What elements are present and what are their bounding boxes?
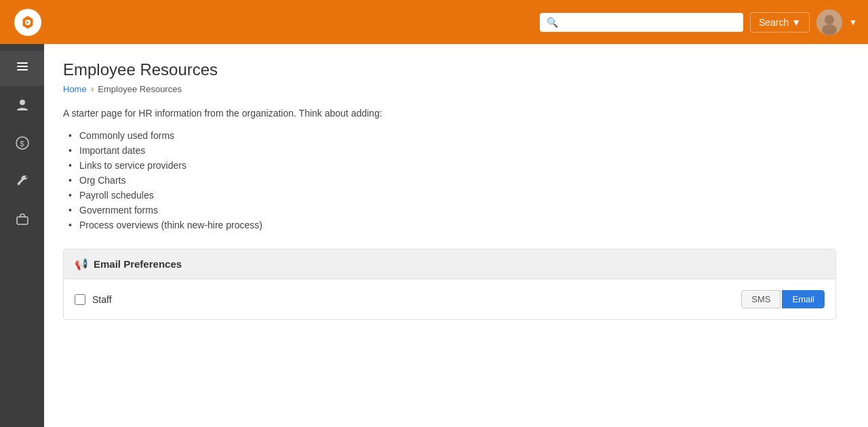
top-navbar: 🔍 Search ▼ ▼ bbox=[0, 0, 868, 44]
breadcrumb-home-link[interactable]: Home bbox=[63, 84, 87, 94]
list-item: Government forms bbox=[79, 203, 849, 218]
search-area: 🔍 Search ▼ ▼ bbox=[45, 9, 857, 35]
staff-row: Staff bbox=[75, 294, 112, 305]
svg-point-3 bbox=[822, 24, 837, 35]
search-button[interactable]: Search ▼ bbox=[750, 12, 810, 33]
search-input[interactable] bbox=[564, 17, 736, 28]
sidebar-item-briefcase[interactable] bbox=[0, 203, 44, 238]
avatar-image bbox=[816, 9, 842, 35]
briefcase-icon bbox=[15, 211, 30, 230]
sidebar-item-person[interactable] bbox=[0, 89, 44, 124]
list-item: Org Charts bbox=[79, 173, 849, 188]
page-title: Employee Resources bbox=[63, 60, 849, 79]
email-toggle-button[interactable]: Email bbox=[782, 290, 825, 308]
search-magnify-icon: 🔍 bbox=[547, 17, 558, 28]
list-item: Process overviews (think new-hire proces… bbox=[79, 218, 849, 232]
breadcrumb-current: Employee Resources bbox=[98, 84, 182, 94]
email-preferences-section: 📢 Email Preferences Staff SMS Email bbox=[63, 249, 836, 320]
svg-rect-5 bbox=[17, 66, 28, 67]
search-dropdown-arrow[interactable]: ▼ bbox=[791, 17, 801, 28]
breadcrumb: Home › Employee Resources bbox=[63, 83, 849, 94]
bullet-list: Commonly used formsImportant datesLinks … bbox=[79, 128, 849, 232]
svg-rect-10 bbox=[17, 217, 28, 224]
sms-toggle-button[interactable]: SMS bbox=[741, 290, 781, 308]
sidebar-item-list[interactable] bbox=[0, 51, 44, 86]
list-icon bbox=[15, 60, 30, 78]
content-area: Employee Resources Home › Employee Resou… bbox=[44, 44, 868, 427]
user-avatar[interactable] bbox=[816, 9, 842, 35]
email-pref-title: Email Preferences bbox=[94, 258, 182, 270]
sidebar-item-wrench[interactable] bbox=[0, 165, 44, 200]
person-icon bbox=[15, 98, 30, 116]
list-item: Links to service providers bbox=[79, 158, 849, 173]
megaphone-icon: 📢 bbox=[75, 258, 88, 270]
intro-text: A starter page for HR information from t… bbox=[63, 108, 849, 119]
list-item: Important dates bbox=[79, 143, 849, 158]
search-box: 🔍 bbox=[540, 13, 743, 32]
list-item: Payroll schedules bbox=[79, 188, 849, 203]
breadcrumb-separator: › bbox=[91, 83, 94, 94]
staff-checkbox[interactable] bbox=[75, 294, 85, 305]
dollar-icon: $ bbox=[15, 136, 30, 154]
email-pref-body: Staff SMS Email bbox=[64, 279, 835, 319]
sidebar-item-dollar[interactable]: $ bbox=[0, 127, 44, 162]
email-pref-header: 📢 Email Preferences bbox=[64, 249, 835, 279]
svg-rect-4 bbox=[17, 62, 28, 64]
svg-rect-6 bbox=[17, 69, 28, 70]
logo-icon bbox=[20, 14, 36, 30]
main-layout: $ Employee Resources Home › bbox=[0, 44, 868, 427]
search-button-label: Search bbox=[759, 17, 789, 28]
avatar-svg bbox=[816, 9, 842, 35]
toggle-buttons: SMS Email bbox=[741, 290, 825, 308]
list-item: Commonly used forms bbox=[79, 128, 849, 143]
logo-area[interactable] bbox=[11, 9, 45, 36]
svg-point-2 bbox=[825, 15, 834, 24]
wrench-icon bbox=[15, 174, 30, 192]
sidebar: $ bbox=[0, 44, 44, 427]
svg-point-7 bbox=[20, 100, 25, 105]
staff-label: Staff bbox=[92, 294, 112, 305]
logo bbox=[14, 9, 41, 36]
user-dropdown-arrow[interactable]: ▼ bbox=[849, 18, 857, 27]
svg-text:$: $ bbox=[20, 140, 24, 148]
